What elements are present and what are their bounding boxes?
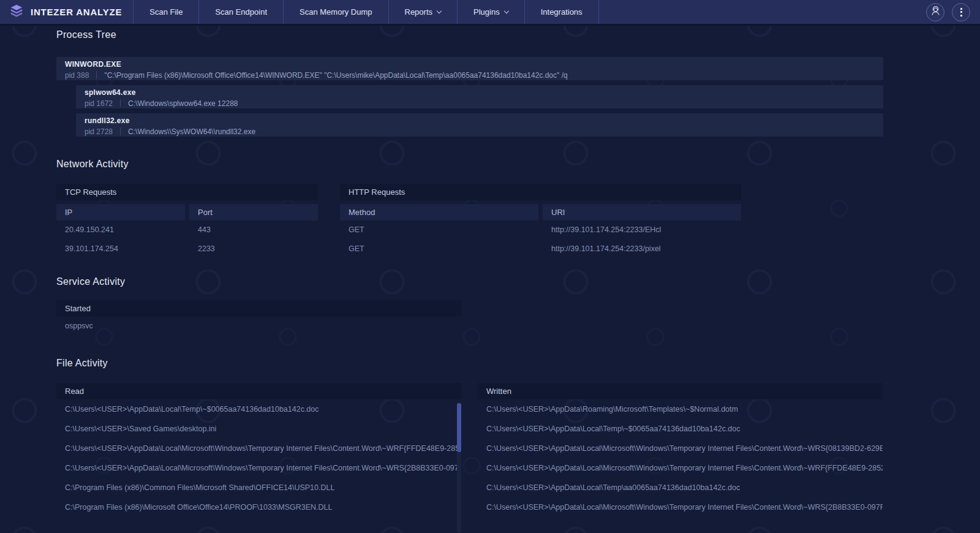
file-path-written: C:\Users\<USER>\AppData\Local\Microsoft\… bbox=[478, 497, 883, 517]
network-tables: TCP Requests IP Port 20.49.150.241 443 3… bbox=[56, 184, 980, 259]
divider bbox=[96, 71, 97, 79]
http-requests-header: HTTP Requests bbox=[340, 184, 741, 200]
report-content: Process Tree WINWORD.EXE pid 388 "C:\Pro… bbox=[0, 26, 980, 517]
chevron-down-icon bbox=[503, 8, 508, 13]
support-avatar-icon bbox=[930, 5, 941, 19]
nav-item-reports[interactable]: Reports bbox=[388, 0, 458, 24]
nav-item-integrations[interactable]: Integrations bbox=[524, 0, 599, 24]
support-button[interactable] bbox=[926, 3, 944, 21]
service-activity-table: Started osppsvc bbox=[56, 300, 461, 336]
tcp-requests-header: TCP Requests bbox=[56, 184, 318, 200]
file-path-read: C:\Users\<USER>\AppData\Local\Microsoft\… bbox=[56, 439, 461, 458]
section-title-file-activity: File Activity bbox=[56, 357, 980, 369]
http-method-cell: GET bbox=[340, 240, 538, 259]
process-tree-list: WINWORD.EXE pid 388 "C:\Program Files (x… bbox=[56, 57, 883, 137]
divider bbox=[120, 99, 121, 107]
nav-item-label: Scan Endpoint bbox=[215, 7, 267, 17]
nav-right-actions bbox=[926, 0, 980, 24]
brand-title: INTEZER ANALYZE bbox=[31, 7, 122, 17]
file-path-written: C:\Users\<USER>\AppData\Local\Temp\aa006… bbox=[478, 478, 883, 497]
tcp-port-cell: 443 bbox=[189, 221, 318, 240]
process-pid: pid 2728 bbox=[85, 127, 113, 136]
nav-item-label: Scan File bbox=[149, 7, 183, 17]
section-title-network-activity: Network Activity bbox=[56, 158, 980, 170]
files-read-header: Read bbox=[56, 383, 461, 399]
service-name-cell: osppsvc bbox=[56, 317, 461, 336]
nav-item-label: Scan Memory Dump bbox=[300, 7, 372, 17]
read-list-scrollbar[interactable] bbox=[457, 402, 461, 533]
divider bbox=[120, 127, 121, 135]
nav-item-plugins[interactable]: Plugins bbox=[457, 0, 524, 24]
layers-stack-icon bbox=[9, 3, 24, 21]
more-options-button[interactable] bbox=[952, 3, 970, 21]
process-row-winword: WINWORD.EXE pid 388 "C:\Program Files (x… bbox=[56, 57, 883, 80]
services-started-header: Started bbox=[56, 300, 461, 317]
file-path-read: C:\Users\<USER>\AppData\Local\Microsoft\… bbox=[56, 458, 461, 478]
file-path-written: C:\Users\<USER>\AppData\Local\Microsoft\… bbox=[478, 458, 883, 478]
nav-item-label: Integrations bbox=[541, 7, 582, 17]
files-read-list: Read C:\Users\<USER>\AppData\Local\Temp\… bbox=[56, 383, 461, 517]
column-header-method: Method bbox=[340, 204, 538, 221]
file-activity-tables: Read C:\Users\<USER>\AppData\Local\Temp\… bbox=[56, 383, 980, 517]
nav-item-label: Plugins bbox=[473, 7, 500, 17]
top-navigation-bar: INTEZER ANALYZE Scan File Scan Endpoint … bbox=[0, 0, 980, 26]
nav-item-scan-file[interactable]: Scan File bbox=[133, 0, 198, 24]
http-uri-cell: http://39.101.174.254:2233/pixel bbox=[543, 240, 741, 259]
column-header-port: Port bbox=[189, 204, 318, 221]
process-pid: pid 388 bbox=[65, 71, 89, 80]
process-command: C:\Windows\\SysWOW64\\rundll32.exe bbox=[128, 127, 255, 136]
table-row: 39.101.174.254 2233 bbox=[56, 240, 318, 259]
read-list-scrollbar-thumb[interactable] bbox=[457, 403, 461, 452]
process-command: C:\Windows\splwow64.exe 12288 bbox=[128, 99, 238, 108]
table-row: GET http://39.101.174.254:2233/EHcl bbox=[340, 221, 741, 240]
http-requests-table: HTTP Requests Method URI GET http://39.1… bbox=[340, 184, 741, 259]
tcp-ip-cell: 20.49.150.241 bbox=[56, 221, 185, 240]
file-path-written: C:\Users\<USER>\AppData\Local\Microsoft\… bbox=[478, 439, 883, 458]
process-name: WINWORD.EXE bbox=[65, 60, 883, 69]
file-path-read: C:\Program Files (x86)\Common Files\Micr… bbox=[56, 478, 461, 497]
http-method-cell: GET bbox=[340, 221, 538, 240]
process-row-splwow64: splwow64.exe pid 1672 C:\Windows\splwow6… bbox=[76, 85, 883, 108]
http-uri-cell: http://39.101.174.254:2233/EHcl bbox=[543, 221, 741, 240]
chevron-down-icon bbox=[437, 8, 442, 13]
table-row: GET http://39.101.174.254:2233/pixel bbox=[340, 240, 741, 259]
files-written-list: Written C:\Users\<USER>\AppData\Roaming\… bbox=[478, 383, 883, 517]
file-path-written: C:\Users\<USER>\AppData\Local\Temp\~$006… bbox=[478, 419, 883, 439]
table-row: 20.49.150.241 443 bbox=[56, 221, 318, 240]
brand-home-link[interactable]: INTEZER ANALYZE bbox=[0, 0, 133, 24]
file-path-read: C:\Users\<USER>\AppData\Local\Temp\~$006… bbox=[56, 399, 461, 419]
nav-item-label: Reports bbox=[405, 7, 433, 17]
process-pid: pid 1672 bbox=[85, 99, 113, 108]
files-written-header: Written bbox=[478, 383, 883, 399]
tcp-port-cell: 2233 bbox=[189, 240, 318, 259]
process-command: "C:\Program Files (x86)\Microsoft Office… bbox=[104, 71, 567, 80]
file-path-written: C:\Users\<USER>\AppData\Roaming\Microsof… bbox=[478, 399, 883, 419]
kebab-menu-icon bbox=[960, 8, 962, 17]
file-path-read: C:\Users\<USER>\Saved Games\desktop.ini bbox=[56, 419, 461, 439]
nav-item-scan-endpoint[interactable]: Scan Endpoint bbox=[198, 0, 283, 24]
process-row-rundll32: rundll32.exe pid 2728 C:\Windows\\SysWOW… bbox=[76, 113, 883, 137]
tcp-ip-cell: 39.101.174.254 bbox=[56, 240, 185, 259]
section-title-process-tree: Process Tree bbox=[56, 26, 980, 40]
section-title-service-activity: Service Activity bbox=[56, 276, 980, 287]
column-header-ip: IP bbox=[56, 204, 185, 221]
process-name: rundll32.exe bbox=[85, 116, 883, 126]
tcp-requests-table: TCP Requests IP Port 20.49.150.241 443 3… bbox=[56, 184, 318, 259]
nav-item-scan-memory-dump[interactable]: Scan Memory Dump bbox=[283, 0, 388, 24]
file-path-read: C:\Program Files (x86)\Microsoft Office\… bbox=[56, 497, 461, 517]
column-header-uri: URI bbox=[543, 204, 741, 221]
process-name: splwow64.exe bbox=[85, 88, 883, 97]
